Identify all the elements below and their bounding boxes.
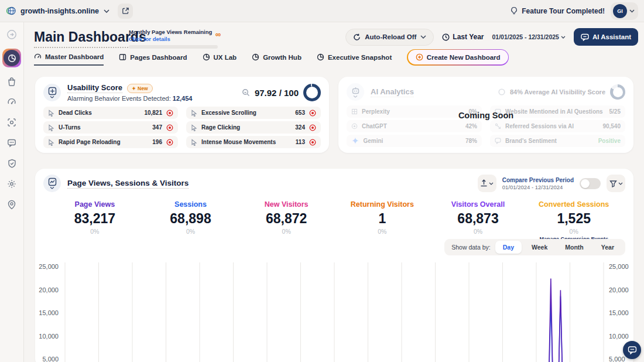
metric-converted-sessions[interactable]: Converted Sessions 1,525 0% Manage Conve…: [526, 200, 622, 242]
record-dot-icon[interactable]: [166, 110, 173, 117]
profile-pin-icon: [8, 200, 16, 210]
ai-row-brand-sentiment[interactable]: Brand's Sentiment Positive: [490, 135, 625, 147]
show-data-by: Show data by: Day Week Month Year: [444, 239, 625, 255]
tab-growth-hub[interactable]: Growth Hub: [252, 53, 302, 65]
site-favicon-globe-icon: [6, 6, 16, 16]
metric-sessions[interactable]: Sessions 68,898 0%: [143, 200, 239, 242]
plus-circle-icon: [416, 53, 423, 61]
metric-page-views[interactable]: Page Views 83,217 0%: [47, 200, 143, 242]
metric-new-visitors[interactable]: New Visitors 68,872 0%: [238, 200, 334, 242]
granularity-year[interactable]: Year: [594, 241, 622, 254]
sidebar-item-funnels[interactable]: [5, 95, 18, 108]
quota-details-link[interactable]: Click for details: [129, 36, 220, 42]
collapse-arrow-icon[interactable]: [5, 28, 18, 41]
sidebar-item-dashboards[interactable]: [2, 49, 21, 67]
granularity-month[interactable]: Month: [557, 241, 591, 254]
account-menu[interactable]: GI: [611, 2, 638, 20]
sidebar-item-profile[interactable]: [5, 198, 18, 211]
date-range-picker[interactable]: 01/01/2025 - 12/31/2025: [492, 33, 566, 40]
gemini-icon: ✦: [351, 135, 359, 146]
svg-text:25,000: 25,000: [609, 263, 629, 270]
filter-button[interactable]: [607, 175, 625, 192]
usability-score-card: Usability Score ✦ New Alarming Behavior …: [35, 77, 329, 153]
shopping-bag-icon: [7, 77, 16, 87]
site-selector[interactable]: growth-insights.online: [6, 6, 109, 16]
metric-returning-visitors[interactable]: Returning Visitors 1 0%: [334, 200, 430, 242]
settings-gear-icon: [7, 179, 16, 189]
shield-check-icon: [8, 159, 16, 168]
chat-fab-button[interactable]: [623, 341, 641, 359]
feature-tour-status[interactable]: Feature Tour Completed!: [510, 6, 605, 15]
alarming-events-count: 12,454: [173, 95, 193, 102]
avatar: GI: [613, 4, 627, 18]
infinity-icon: ∞: [215, 30, 221, 39]
usability-row-u-turns[interactable]: U-Turns 347: [43, 121, 178, 134]
export-button[interactable]: [478, 175, 496, 192]
svg-text:15,000: 15,000: [39, 309, 59, 316]
svg-text:10,000: 10,000: [609, 333, 629, 340]
sentiment-bubble-icon: [495, 138, 501, 144]
compare-toggle[interactable]: [580, 178, 601, 189]
site-name: growth-insights.online: [20, 7, 99, 15]
record-dot-icon[interactable]: [166, 124, 173, 131]
usability-row-intense-mouse[interactable]: Intense Mouse Movements 113: [186, 136, 321, 148]
usability-score-value: 97.92 / 100: [255, 88, 299, 98]
record-dot-icon[interactable]: [309, 124, 316, 131]
metric-visitors-overall[interactable]: Visitors Overall 68,873 0%: [430, 200, 526, 242]
time-series-chart[interactable]: 25,00025,00020,00020,00015,00015,00010,0…: [35, 262, 633, 362]
auto-reload-chevron-icon: [420, 35, 426, 39]
section-title: Page Views, Sessions & Visitors: [67, 179, 189, 189]
coming-soon-label: Coming Soon: [338, 111, 633, 120]
record-dot-icon[interactable]: [166, 139, 173, 146]
tab-ux-lab[interactable]: UX Lab: [203, 53, 237, 65]
svg-text:5,000: 5,000: [609, 356, 625, 362]
ai-row-gemini[interactable]: ✦ Gemini 78%: [347, 135, 482, 147]
usability-row-rapid-reloading[interactable]: Rapid Page Reloading 196: [43, 136, 178, 148]
robot-icon: [347, 83, 364, 101]
new-badge: ✦ New: [127, 84, 153, 93]
period-label[interactable]: Last Year: [442, 33, 484, 41]
compare-previous-period[interactable]: Compare Previous Period 01/01/2024 - 12/…: [502, 177, 574, 190]
usability-score-ring: [303, 84, 321, 101]
quota-widget[interactable]: Monthly Page Views Remaining Click for d…: [129, 29, 220, 49]
tab-executive-snapshot[interactable]: Executive Snapshot: [317, 53, 392, 65]
sidebar-item-ecommerce[interactable]: [5, 75, 18, 88]
granularity-day[interactable]: Day: [495, 241, 522, 254]
tab-master-dashboard[interactable]: Master Dashboard: [34, 53, 104, 66]
ai-row-chatgpt[interactable]: ChatGPT 42%: [347, 120, 482, 132]
svg-text:10,000: 10,000: [39, 333, 59, 340]
usability-row-dead-clicks[interactable]: Dead Clicks 10,821: [43, 107, 178, 119]
usability-title: Usability Score: [67, 83, 122, 93]
sidebar-item-recordings[interactable]: [5, 116, 18, 129]
referral-arrows-icon: [495, 123, 501, 129]
feature-tour-text: Feature Tour Completed!: [522, 7, 605, 15]
ai-row-referred-sessions[interactable]: Referred Sessions via AI 90,540: [490, 120, 625, 132]
cursor-click-icon: [48, 139, 54, 146]
quota-title: Monthly Page Views Remaining: [129, 29, 220, 35]
cursor-click-icon: [48, 124, 54, 131]
gauge-icon: [7, 97, 16, 107]
sidebar-item-feedback[interactable]: [5, 136, 18, 149]
site-chevron-down-icon: [104, 9, 109, 13]
usability-row-excessive-scrolling[interactable]: Excessive Scrolling 653: [186, 107, 321, 119]
sidebar-item-settings[interactable]: [5, 177, 18, 190]
cursor-click-icon: [48, 110, 54, 117]
pages-icon: [119, 53, 126, 61]
record-dot-icon[interactable]: [309, 139, 316, 146]
ai-assistant-button[interactable]: AI Assistant: [574, 28, 638, 46]
svg-text:20,000: 20,000: [609, 286, 629, 293]
magnifier-icon[interactable]: [242, 88, 250, 97]
open-site-button[interactable]: [118, 4, 133, 19]
cursor-click-icon: [191, 124, 197, 131]
sidebar-item-security[interactable]: [5, 157, 18, 170]
tab-pages-dashboard[interactable]: Pages Dashboard: [119, 53, 187, 65]
usability-row-rage-clicking[interactable]: Rage Clicking 324: [186, 121, 321, 134]
lightbulb-icon: [510, 6, 518, 15]
left-sidebar: [0, 22, 24, 362]
auto-reload-dropdown[interactable]: Auto-Reload Off: [345, 29, 434, 46]
ai-analytics-title: AI Analytics: [371, 87, 414, 97]
tab-create-new-dashboard[interactable]: Create New Dashboard: [407, 49, 509, 66]
svg-text:25,000: 25,000: [39, 263, 59, 270]
granularity-week[interactable]: Week: [524, 241, 555, 254]
record-dot-icon[interactable]: [309, 110, 316, 117]
